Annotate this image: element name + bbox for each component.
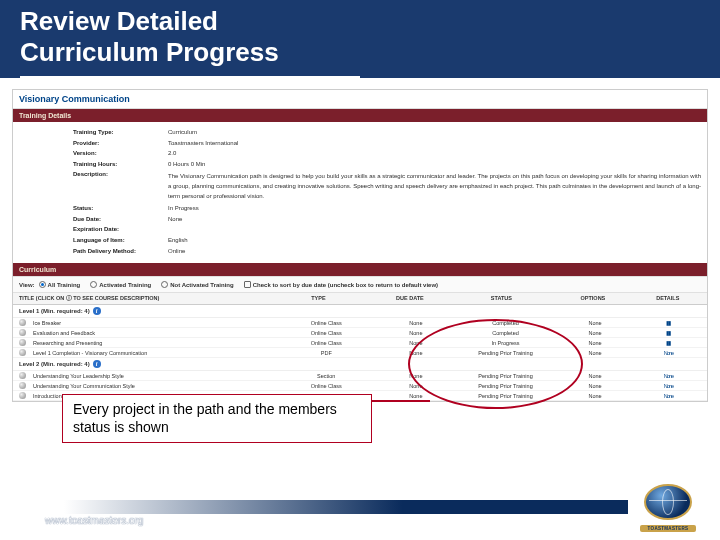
row-status: Completed: [457, 330, 555, 336]
curriculum-row: Ice Breaker Online Class None Completed …: [13, 318, 707, 328]
row-details[interactable]: None: [636, 373, 701, 379]
status-value: In Progress: [168, 204, 701, 214]
expand-toggle-icon[interactable]: [19, 349, 26, 356]
path-title: Visionary Communication: [13, 90, 707, 109]
globe-icon: [644, 484, 692, 520]
radio-all-training[interactable]: All Training: [39, 281, 81, 288]
col-status: STATUS: [452, 295, 552, 302]
row-title: Evaluation and Feedback: [29, 330, 277, 336]
row-details[interactable]: None: [636, 350, 701, 356]
view-filter-row: View: All Training Activated Training No…: [13, 276, 707, 293]
expiration-label: Expiration Date:: [73, 225, 168, 235]
level-heading: Level 1 (Min. required: 4)i: [13, 305, 707, 318]
row-type: Online Class: [277, 330, 375, 336]
row-details[interactable]: None: [636, 383, 701, 389]
checkbox-sort-by-due[interactable]: Check to sort by due date (uncheck box t…: [244, 281, 438, 288]
col-title: TITLE (CLICK ON ⓘ TO SEE COURSE DESCRIPT…: [19, 295, 269, 302]
expand-toggle-icon[interactable]: [19, 319, 26, 326]
info-icon[interactable]: i: [93, 360, 101, 368]
row-details[interactable]: ▮▮: [636, 340, 701, 346]
expand-toggle-icon[interactable]: [19, 382, 26, 389]
row-due: None: [375, 373, 456, 379]
row-options: None: [554, 383, 635, 389]
curriculum-table-header: TITLE (CLICK ON ⓘ TO SEE COURSE DESCRIPT…: [13, 293, 707, 305]
row-options: None: [554, 373, 635, 379]
hours-label: Training Hours:: [73, 160, 168, 170]
row-status: Completed: [457, 320, 555, 326]
row-type: PDF: [277, 350, 375, 356]
slide-title: Review Detailed Curriculum Progress: [20, 6, 360, 78]
row-due: None: [375, 320, 456, 326]
training-details-header: Training Details: [13, 109, 707, 122]
training-details-block: Training Type:Curriculum Provider:Toastm…: [13, 122, 707, 263]
row-title: Level 1 Completion - Visionary Communica…: [29, 350, 277, 356]
row-type: Online Class: [277, 340, 375, 346]
row-type: Section: [277, 373, 375, 379]
expand-toggle-icon[interactable]: [19, 329, 26, 336]
curriculum-row: Understanding Your Leadership Style Sect…: [13, 371, 707, 381]
expand-toggle-icon[interactable]: [19, 339, 26, 346]
provider-label: Provider:: [73, 139, 168, 149]
row-options: None: [554, 340, 635, 346]
row-title: Understanding Your Leadership Style: [29, 373, 277, 379]
curriculum-row: Evaluation and Feedback Online Class Non…: [13, 328, 707, 338]
col-options: OPTIONS: [551, 295, 634, 302]
training-type-label: Training Type:: [73, 128, 168, 138]
footer-url: www.toastmasters.org: [45, 515, 143, 526]
logo-banner-text: TOASTMASTERS: [640, 525, 696, 532]
row-status: Pending Prior Training: [457, 373, 555, 379]
row-due: None: [375, 350, 456, 356]
row-title: Researching and Presenting: [29, 340, 277, 346]
language-label: Language of Item:: [73, 236, 168, 246]
row-status: In Progress: [457, 340, 555, 346]
annotation-caption: Every project in the path and the member…: [62, 394, 372, 443]
row-type: Online Class: [277, 320, 375, 326]
radio-dot-icon: [161, 281, 168, 288]
delivery-label: Path Delivery Method:: [73, 247, 168, 257]
col-type: TYPE: [269, 295, 369, 302]
description-label: Description:: [73, 170, 168, 203]
row-due: None: [375, 393, 456, 399]
language-value: English: [168, 236, 701, 246]
row-details[interactable]: ▮▮: [636, 330, 701, 336]
row-status: Pending Prior Training: [457, 383, 555, 389]
row-options: None: [554, 393, 635, 399]
due-date-value: None: [168, 215, 701, 225]
curriculum-row: Level 1 Completion - Visionary Communica…: [13, 348, 707, 358]
description-value: The Visionary Communication path is desi…: [168, 172, 701, 201]
level-heading: Level 2 (Min. required: 4)i: [13, 358, 707, 371]
info-icon[interactable]: i: [93, 307, 101, 315]
due-date-label: Due Date:: [73, 215, 168, 225]
col-due: DUE DATE: [368, 295, 451, 302]
view-label: View:: [19, 282, 35, 288]
status-label: Status:: [73, 204, 168, 214]
version-label: Version:: [73, 149, 168, 159]
row-due: None: [375, 383, 456, 389]
row-options: None: [554, 320, 635, 326]
toastmasters-logo: TOASTMASTERS: [640, 484, 696, 530]
row-options: None: [554, 350, 635, 356]
expiration-value: [168, 225, 701, 235]
checkbox-icon: [244, 281, 251, 288]
curriculum-row: Researching and Presenting Online Class …: [13, 338, 707, 348]
col-details: DETAILS: [634, 295, 701, 302]
footer-stripe: [64, 500, 628, 514]
curriculum-screenshot: Visionary Communication Training Details…: [12, 89, 708, 402]
row-details[interactable]: None: [636, 393, 701, 399]
row-options: None: [554, 330, 635, 336]
row-title: Ice Breaker: [29, 320, 277, 326]
row-title: Understanding Your Communication Style: [29, 383, 277, 389]
row-status: Pending Prior Training: [457, 350, 555, 356]
slide-title-bar: Review Detailed Curriculum Progress: [0, 0, 720, 81]
hours-value: 0 Hours 0 Min: [168, 160, 701, 170]
provider-value: Toastmasters International: [168, 139, 701, 149]
expand-toggle-icon[interactable]: [19, 392, 26, 399]
expand-toggle-icon[interactable]: [19, 372, 26, 379]
curriculum-row: Understanding Your Communication Style O…: [13, 381, 707, 391]
radio-activated-training[interactable]: Activated Training: [90, 281, 151, 288]
radio-dot-icon: [39, 281, 46, 288]
radio-not-activated-training[interactable]: Not Activated Training: [161, 281, 233, 288]
row-due: None: [375, 330, 456, 336]
delivery-value: Online: [168, 247, 701, 257]
row-details[interactable]: ▮▮: [636, 320, 701, 326]
